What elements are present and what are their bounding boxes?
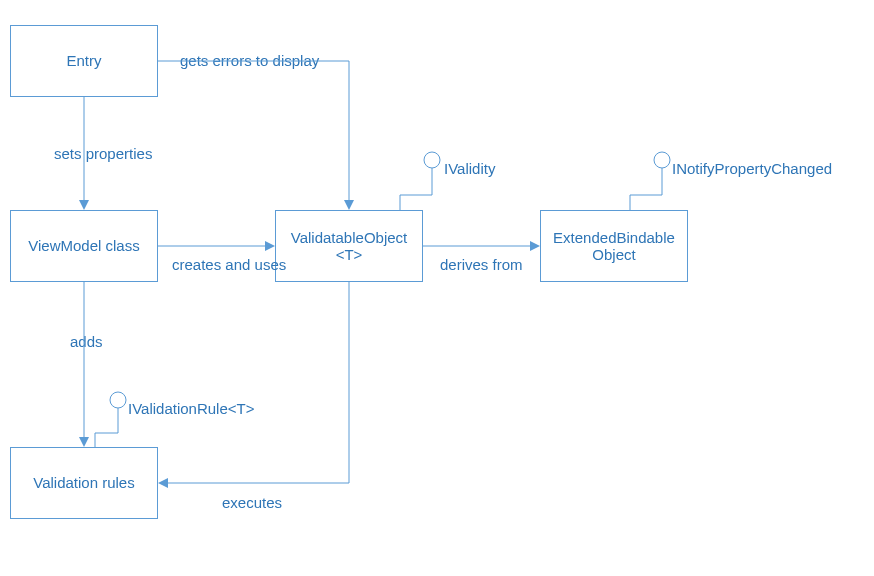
validatable-label: ValidatableObject <T> bbox=[280, 229, 418, 264]
rules-box: Validation rules bbox=[10, 447, 158, 519]
gets-errors-label: gets errors to display bbox=[180, 52, 319, 69]
creates-uses-label: creates and uses bbox=[172, 256, 286, 273]
entry-label: Entry bbox=[66, 52, 101, 69]
svg-marker-6 bbox=[530, 241, 540, 251]
inotify-label: INotifyPropertyChanged bbox=[672, 160, 832, 177]
ivalidity-label: IValidity bbox=[444, 160, 495, 177]
svg-marker-4 bbox=[265, 241, 275, 251]
executes-label: executes bbox=[222, 494, 282, 511]
rules-label: Validation rules bbox=[33, 474, 134, 491]
svg-marker-9 bbox=[158, 478, 168, 488]
viewmodel-box: ViewModel class bbox=[10, 210, 158, 282]
viewmodel-label: ViewModel class bbox=[28, 237, 139, 254]
svg-point-10 bbox=[424, 152, 440, 168]
extended-label: ExtendedBindable Object bbox=[545, 229, 683, 264]
svg-point-18 bbox=[110, 392, 126, 408]
sets-properties-label: sets properties bbox=[54, 145, 152, 162]
ivalidationrule-label: IValidationRule<T> bbox=[128, 400, 254, 417]
entry-box: Entry bbox=[10, 25, 158, 97]
svg-marker-0 bbox=[344, 200, 354, 210]
svg-marker-8 bbox=[79, 437, 89, 447]
adds-label: adds bbox=[70, 333, 103, 350]
derives-from-label: derives from bbox=[440, 256, 523, 273]
extended-box: ExtendedBindable Object bbox=[540, 210, 688, 282]
validatable-box: ValidatableObject <T> bbox=[275, 210, 423, 282]
svg-point-14 bbox=[654, 152, 670, 168]
svg-marker-2 bbox=[79, 200, 89, 210]
